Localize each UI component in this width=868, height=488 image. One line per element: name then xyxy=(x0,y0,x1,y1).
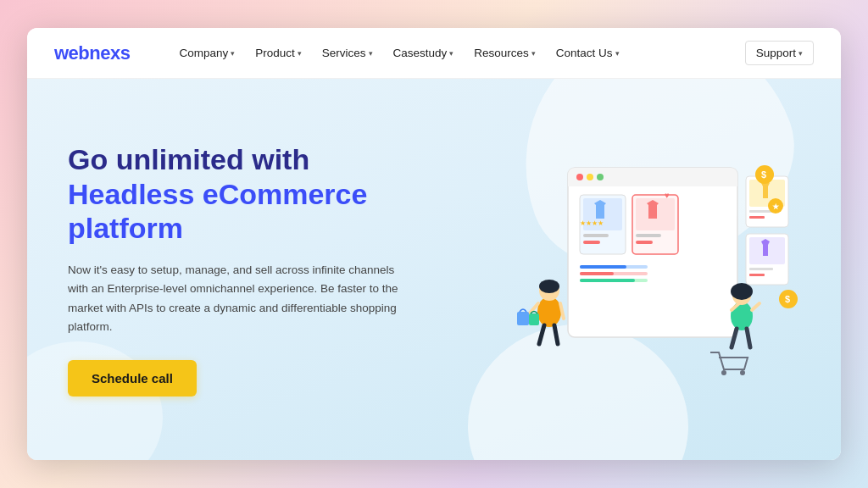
nav-item-contact-us[interactable]: Contact Us ▾ xyxy=(548,42,628,64)
nav-item-product[interactable]: Product ▾ xyxy=(247,42,310,64)
svg-text:$: $ xyxy=(761,169,766,180)
svg-line-47 xyxy=(752,303,760,310)
svg-rect-2 xyxy=(568,180,737,186)
nav-label-contact-us: Contact Us xyxy=(556,47,613,59)
nav-item-company[interactable]: Company ▾ xyxy=(170,42,243,64)
svg-text:$: $ xyxy=(785,294,790,304)
nav-item-casestudy[interactable]: Casestudy ▾ xyxy=(385,42,463,64)
chevron-down-icon: ▾ xyxy=(531,49,536,58)
nav-right: Support ▾ xyxy=(745,41,814,65)
nav-links: Company ▾ Product ▾ Services ▾ Casestudy… xyxy=(170,42,744,64)
svg-point-5 xyxy=(597,174,604,180)
support-button[interactable]: Support ▾ xyxy=(745,41,814,65)
svg-line-49 xyxy=(747,329,750,347)
svg-rect-9 xyxy=(583,234,609,237)
hero-title: Go unlimited with Headless eCommerce pla… xyxy=(68,142,398,246)
svg-rect-16 xyxy=(636,241,653,244)
svg-text:♥: ♥ xyxy=(665,191,670,200)
svg-line-39 xyxy=(539,325,544,344)
chevron-down-icon: ▾ xyxy=(798,49,803,58)
nav-item-services[interactable]: Services ▾ xyxy=(314,42,381,64)
svg-point-45 xyxy=(731,283,753,300)
svg-rect-21 xyxy=(580,272,614,275)
hero-title-line3: platform xyxy=(68,212,183,244)
svg-point-3 xyxy=(576,174,583,180)
browser-window: webnexs Company ▾ Product ▾ Services ▾ C… xyxy=(27,28,841,460)
svg-rect-41 xyxy=(517,312,529,325)
svg-rect-23 xyxy=(580,279,635,282)
hero-title-line2: Headless eCommerce xyxy=(68,178,367,210)
svg-rect-42 xyxy=(529,313,539,325)
hero-title-line1: Go unlimited with xyxy=(68,143,309,175)
svg-rect-19 xyxy=(580,265,626,269)
svg-marker-13 xyxy=(647,200,659,219)
chevron-down-icon: ▾ xyxy=(615,49,620,58)
svg-point-52 xyxy=(740,370,745,375)
svg-line-40 xyxy=(554,325,558,344)
navbar: webnexs Company ▾ Product ▾ Services ▾ C… xyxy=(27,28,841,79)
svg-text:★★★★: ★★★★ xyxy=(580,219,604,227)
chevron-down-icon: ▾ xyxy=(298,49,302,58)
hero-illustration: ♥ ★★★★ xyxy=(492,134,814,405)
svg-line-38 xyxy=(560,303,564,319)
hero-description: Now it's easy to setup, manage, and sell… xyxy=(68,261,398,336)
svg-rect-15 xyxy=(636,234,661,237)
support-label: Support xyxy=(756,47,796,59)
svg-point-34 xyxy=(537,297,561,327)
nav-label-resources: Resources xyxy=(474,47,529,59)
nav-label-services: Services xyxy=(322,47,366,59)
svg-text:★: ★ xyxy=(772,202,780,211)
chevron-down-icon: ▾ xyxy=(449,49,453,58)
nav-item-resources[interactable]: Resources ▾ xyxy=(465,42,544,64)
nav-label-company: Company xyxy=(179,47,228,59)
logo[interactable]: webnexs xyxy=(54,42,130,64)
chevron-down-icon: ▾ xyxy=(231,49,235,58)
svg-point-51 xyxy=(721,370,726,375)
nav-label-casestudy: Casestudy xyxy=(393,47,448,59)
svg-rect-27 xyxy=(749,210,773,213)
nav-label-product: Product xyxy=(255,47,295,59)
svg-marker-8 xyxy=(594,200,606,219)
svg-point-36 xyxy=(539,280,559,293)
svg-rect-33 xyxy=(749,274,765,276)
hero-section: Go unlimited with Headless eCommerce pla… xyxy=(27,79,841,460)
svg-rect-10 xyxy=(583,241,600,244)
svg-rect-28 xyxy=(749,216,765,219)
chevron-down-icon: ▾ xyxy=(369,49,373,58)
hero-content: Go unlimited with Headless eCommerce pla… xyxy=(68,142,398,396)
svg-rect-32 xyxy=(749,268,773,270)
svg-point-4 xyxy=(587,174,593,180)
schedule-call-button[interactable]: Schedule call xyxy=(68,360,197,396)
